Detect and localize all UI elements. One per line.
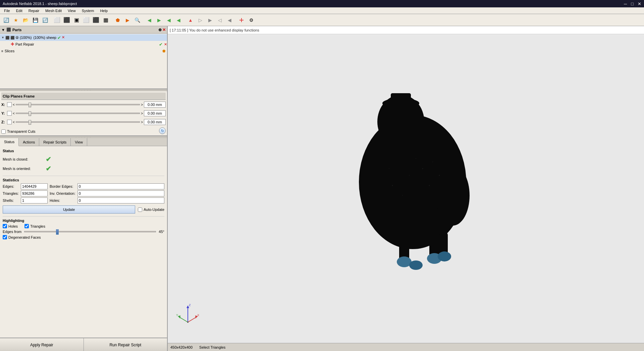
parts-add-icon[interactable]: ⊕ <box>158 27 162 32</box>
tb-orange[interactable]: ⬟ <box>113 15 122 25</box>
parts-close-icon[interactable]: ✕ <box>162 27 166 32</box>
tb-box1[interactable]: ⬜ <box>52 15 62 25</box>
run-repair-script-button[interactable]: Run Repair Script <box>84 338 167 351</box>
clip-z-checkbox[interactable] <box>7 120 12 124</box>
tb-nav-left1[interactable]: ◀ <box>145 15 154 25</box>
viewport[interactable]: [ 17:11:05 ] You do not use enhanced dis… <box>168 26 644 351</box>
tb-mesh1[interactable]: ▲ <box>186 15 195 25</box>
edges-input[interactable] <box>21 183 48 189</box>
tb-open[interactable]: 📂 <box>21 15 30 25</box>
tb-mesh3[interactable]: ▶ <box>205 15 215 25</box>
clip-row-x: X: < > <box>1 101 166 109</box>
clip-y-checkbox[interactable] <box>7 111 12 116</box>
tab-repair-scripts[interactable]: Repair Scripts <box>39 138 71 146</box>
clip-z-thumb[interactable] <box>29 120 31 125</box>
part-repair-close[interactable]: ✕ <box>164 42 167 47</box>
menu-file[interactable]: File <box>1 8 13 13</box>
clip-y-input[interactable] <box>144 110 166 116</box>
tb-box4[interactable]: ⬜ <box>82 15 91 25</box>
y-label: Y <box>176 313 178 317</box>
tree-close-icon[interactable]: ✕ <box>62 35 65 40</box>
tb-search[interactable]: 🔍 <box>132 15 142 25</box>
maximize-btn[interactable]: □ <box>631 1 634 6</box>
hoof-4 <box>409 260 423 270</box>
tb-box2[interactable]: ⬛ <box>62 15 71 25</box>
tb-settings[interactable]: ⚙ <box>247 15 256 25</box>
tb-box5[interactable]: ⬛ <box>91 15 101 25</box>
clip-z-track[interactable] <box>16 121 140 123</box>
clip-x-input[interactable] <box>144 102 166 108</box>
tab-view[interactable]: View <box>71 138 87 146</box>
auto-update-checkbox[interactable] <box>138 208 142 212</box>
holes-input[interactable] <box>77 197 164 203</box>
apply-repair-button[interactable]: Apply Repair <box>0 338 84 351</box>
titlebar: Autodesk Netfabb 2018.1 - sheep.fabbproj… <box>0 0 644 7</box>
tb-arrow-right[interactable]: ▶ <box>123 15 132 25</box>
menu-view[interactable]: View <box>65 8 78 13</box>
edges-label: Edges: <box>3 184 19 188</box>
titlebar-controls[interactable]: ─ □ ✕ <box>624 1 641 6</box>
transparent-cuts-checkbox[interactable] <box>1 129 6 134</box>
clip-z-input[interactable] <box>144 119 166 125</box>
inv-orientation-label: Inv. Orientation: <box>50 191 75 195</box>
parts-root-item[interactable]: ▼ ⬛ ⬛ ⦿ (100%) (100%) sheep ✔ ✕ <box>0 34 167 41</box>
tb-nav-left2[interactable]: ◀ <box>164 15 173 25</box>
clip-z-greater[interactable]: > <box>141 120 143 124</box>
minimize-btn[interactable]: ─ <box>624 1 627 6</box>
tb-box3[interactable]: ▣ <box>72 15 81 25</box>
clip-y-thumb[interactable] <box>29 111 31 116</box>
holes-checkbox[interactable] <box>3 224 7 228</box>
clip-x-checkbox[interactable] <box>7 102 12 107</box>
slices-item[interactable]: ≡ Slices ⬟ <box>0 48 167 54</box>
part-repair-item[interactable]: ✚ Part Repair ✔ ✕ <box>0 41 167 48</box>
slices-icon: ≡ <box>1 49 3 53</box>
menu-system[interactable]: System <box>79 8 97 13</box>
clip-y-track[interactable] <box>16 113 140 114</box>
triangles-checkbox[interactable] <box>24 224 29 228</box>
transparent-cuts-row: Transparent Cuts <box>1 129 36 134</box>
edges-slider-thumb[interactable] <box>56 229 59 235</box>
parts-header-left: ▼ ⬛ Parts <box>1 27 21 32</box>
tb-star[interactable]: ★ <box>11 15 20 25</box>
part-repair-ok[interactable]: ✔ <box>159 42 163 47</box>
status-group-label: Status <box>3 149 164 153</box>
menu-repair[interactable]: Repair <box>26 8 42 13</box>
tb-new[interactable]: 🔄 <box>1 15 11 25</box>
parts-expand-icon[interactable]: ▼ <box>1 28 5 32</box>
slices-arrow-icon[interactable]: ⬟ <box>162 49 166 53</box>
close-btn[interactable]: ✕ <box>638 1 641 6</box>
tb-mesh5[interactable]: ◀ <box>225 15 234 25</box>
clip-y-less[interactable]: < <box>13 112 15 115</box>
clip-x-thumb[interactable] <box>29 103 31 107</box>
tb-add-red[interactable] <box>237 15 246 25</box>
update-button[interactable]: Update <box>3 206 135 214</box>
tb-nav-left3[interactable]: ◀ <box>174 15 183 25</box>
clip-planes-section: Clip Planes Frame X: < > Y: < <box>0 91 167 136</box>
tb-mesh4[interactable]: ◁ <box>215 15 224 25</box>
tab-status[interactable]: Status <box>0 138 19 146</box>
clip-x-track[interactable] <box>16 104 140 105</box>
clip-y-greater[interactable]: > <box>141 112 143 115</box>
tb-box6[interactable]: ▦ <box>101 15 110 25</box>
tb-refresh[interactable]: 🔃 <box>40 15 50 25</box>
tb-save[interactable]: 💾 <box>31 15 40 25</box>
edges-slider-track[interactable] <box>24 231 156 232</box>
border-edges-input[interactable] <box>77 183 164 189</box>
tb-nav-right[interactable]: ▶ <box>154 15 164 25</box>
inv-orientation-input[interactable] <box>77 190 164 196</box>
menu-help[interactable]: Help <box>97 8 110 13</box>
clip-x-greater[interactable]: > <box>141 103 143 107</box>
shells-input[interactable] <box>21 197 48 203</box>
tb-mesh2[interactable]: ▷ <box>196 15 205 25</box>
shells-label: Shells: <box>3 198 19 202</box>
degenerated-faces-checkbox[interactable] <box>3 235 7 239</box>
menu-mesh-edit[interactable]: Mesh Edit <box>43 8 64 13</box>
clip-x-less[interactable]: < <box>13 103 15 107</box>
sheep-left-side <box>362 169 389 222</box>
tree-ok-icon[interactable]: ✔ <box>57 35 61 40</box>
tab-actions[interactable]: Actions <box>19 138 39 146</box>
clip-z-less[interactable]: < <box>13 120 15 124</box>
triangles-input[interactable] <box>21 190 48 196</box>
clip-refresh-btn[interactable]: ↻ <box>159 127 166 134</box>
menu-edit[interactable]: Edit <box>13 8 25 13</box>
